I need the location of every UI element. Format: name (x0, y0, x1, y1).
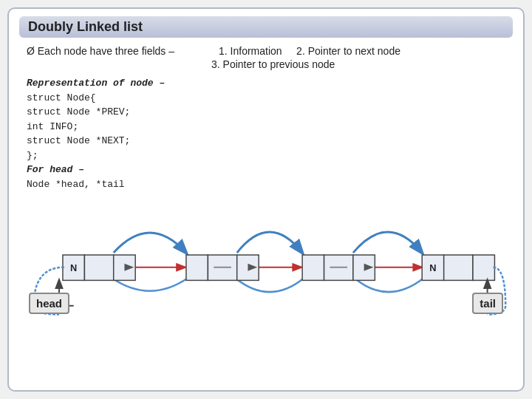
field2: 2. Pointer to next node (296, 45, 400, 57)
code-representation: Representation of node – (27, 76, 513, 91)
field1: 1. Information (219, 45, 282, 57)
diagram-area: N N (19, 197, 513, 316)
code-nodedecl: Node *head, *tail (27, 177, 513, 192)
svg-rect-13 (302, 255, 324, 280)
main-container: Doubly Linked list Ø Each node have thre… (7, 7, 525, 392)
fields-items: 1. Information 2. Pointer to next node (219, 45, 400, 57)
field3: 3. Pointer to previous node (211, 58, 335, 70)
code-line2: struct Node *PREV; (27, 105, 513, 120)
fields-intro: Ø Each node have three fields – (27, 45, 174, 57)
code-line4: struct Node *NEXT; (27, 134, 513, 149)
head-label: head (29, 293, 69, 314)
svg-text:N: N (429, 262, 436, 273)
code-forhead: For head – (27, 163, 513, 177)
code-line3: int INFO; (27, 120, 513, 134)
svg-rect-8 (186, 255, 208, 280)
title: Doubly Linked list (28, 19, 143, 34)
svg-rect-20 (444, 255, 473, 280)
code-block: Representation of node – struct Node{ st… (27, 76, 513, 191)
svg-text:N: N (70, 262, 77, 273)
linked-list-diagram: N N (19, 197, 513, 316)
code-line5: }; (27, 149, 513, 163)
fields-line: Ø Each node have three fields – 1. Infor… (27, 45, 513, 57)
svg-rect-5 (84, 255, 113, 280)
svg-rect-21 (473, 255, 494, 280)
field3-line: 3. Pointer to previous node (211, 58, 513, 70)
tail-label: tail (472, 293, 503, 314)
code-line1: struct Node{ (27, 91, 513, 106)
title-bar: Doubly Linked list (19, 16, 513, 38)
